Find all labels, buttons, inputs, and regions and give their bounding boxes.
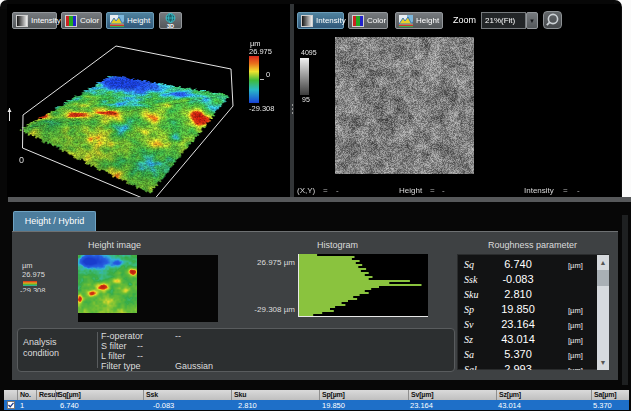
svg-text:3D: 3D [167,23,174,28]
